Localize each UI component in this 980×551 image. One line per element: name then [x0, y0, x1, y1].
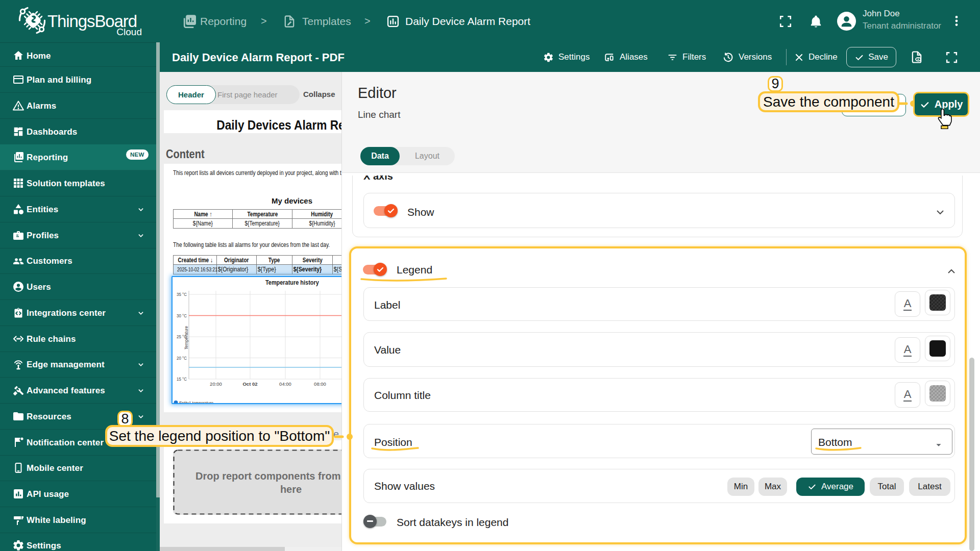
svg-text:15 °C: 15 °C	[177, 376, 187, 382]
svg-text:20:00: 20:00	[210, 381, 222, 387]
svg-text:Oct 02: Oct 02	[242, 381, 257, 387]
svg-text:Temperature: Temperature	[183, 326, 189, 349]
svg-text:30 °C: 30 °C	[177, 313, 187, 318]
svg-text:20 °C: 20 °C	[177, 355, 187, 361]
svg-text:08:00: 08:00	[314, 381, 326, 387]
svg-text:35 °C: 35 °C	[177, 291, 187, 297]
svg-text:Entity1 temperature: Entity1 temperature	[179, 400, 213, 403]
svg-text:04:00: 04:00	[279, 381, 291, 387]
